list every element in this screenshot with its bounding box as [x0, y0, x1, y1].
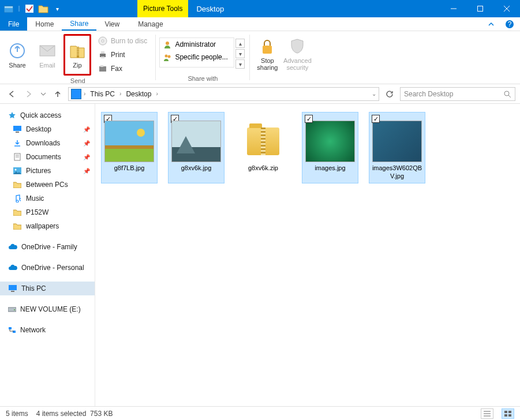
svg-rect-47 — [504, 411, 507, 413]
svg-rect-50 — [508, 414, 511, 417]
sidebar-label: Network — [20, 326, 46, 334]
file-item[interactable]: ✓g8f7LB.jpg — [101, 112, 158, 183]
qat-dropdown-icon[interactable]: ▾ — [52, 3, 62, 14]
file-item[interactable]: ✓images.jpg — [302, 112, 358, 183]
sidebar-quick-access[interactable]: Quick access — [0, 108, 95, 122]
share-button[interactable]: Share — [3, 34, 31, 76]
file-thumbnail — [104, 121, 154, 162]
search-icon[interactable] — [503, 90, 511, 98]
burn-to-disc-button[interactable]: Burn to disc — [96, 35, 149, 47]
nav-recent-dropdown[interactable] — [39, 87, 47, 101]
sidebar-item-wallpapers[interactable]: wallpapers — [0, 219, 95, 233]
svg-rect-12 — [77, 47, 79, 58]
share-with-more[interactable]: ▾ — [235, 59, 245, 69]
sidebar-onedrive-personal[interactable]: OneDrive - Personal — [0, 261, 95, 275]
sidebar-this-pc[interactable]: This PC — [0, 282, 95, 295]
file-thumbnail — [171, 121, 221, 162]
breadcrumb-desktop[interactable]: Desktop — [124, 90, 154, 98]
share-with-administrator[interactable]: Administrator — [160, 38, 234, 51]
qat-separator — [17, 5, 21, 13]
sidebar-label: Between PCs — [26, 181, 68, 189]
sidebar-item-music[interactable]: Music — [0, 192, 95, 205]
close-button[interactable] — [493, 0, 520, 17]
pictures-icon — [13, 166, 22, 175]
file-item[interactable]: g8xv6k.zip — [235, 112, 291, 183]
pin-icon: 📌 — [83, 154, 90, 160]
collapse-ribbon-button[interactable] — [483, 17, 499, 31]
print-label: Print — [111, 51, 125, 59]
help-button[interactable]: ? — [499, 17, 520, 31]
nav-forward-button[interactable] — [22, 87, 36, 101]
chevron-right-icon[interactable]: › — [84, 91, 85, 97]
sidebar-item-desktop[interactable]: Desktop 📌 — [0, 122, 95, 136]
documents-icon — [13, 152, 22, 162]
ribbon: Share Email Zip Burn to disc — [0, 31, 520, 84]
file-checkbox[interactable]: ✓ — [372, 115, 380, 123]
share-label: Share — [9, 62, 25, 69]
chevron-right-icon[interactable]: › — [119, 91, 121, 97]
network-icon — [8, 327, 16, 333]
breadcrumb-this-pc[interactable]: This PC — [88, 90, 117, 98]
properties-checkbox-icon[interactable] — [24, 3, 35, 14]
tab-file[interactable]: File — [0, 17, 27, 31]
print-button[interactable]: Print — [96, 48, 149, 61]
fax-button[interactable]: Fax — [96, 62, 149, 75]
navigation-pane[interactable]: Quick access Desktop 📌 Downloads 📌 Docum… — [0, 104, 95, 406]
tab-manage[interactable]: Manage — [130, 17, 171, 31]
minimize-button[interactable] — [440, 0, 467, 17]
share-with-list[interactable]: Administrator Specific people... — [159, 38, 234, 68]
refresh-button[interactable] — [383, 87, 396, 101]
sidebar-new-volume[interactable]: NEW VOLUME (E:) — [0, 302, 95, 316]
svg-rect-1 — [5, 6, 13, 8]
sidebar-item-p152w[interactable]: P152W — [0, 205, 95, 219]
file-item[interactable]: ✓g8xv6k.jpg — [168, 112, 225, 183]
nav-back-button[interactable] — [5, 87, 18, 101]
file-list[interactable]: ✓g8f7LB.jpg✓g8xv6k.jpgg8xv6k.zip✓images.… — [95, 104, 520, 406]
search-box[interactable] — [400, 87, 515, 101]
sidebar-item-documents[interactable]: Documents 📌 — [0, 150, 95, 164]
svg-rect-40 — [8, 308, 16, 312]
details-view-button[interactable] — [481, 408, 493, 419]
stop-sharing-label: Stop sharing — [257, 57, 278, 71]
breadcrumb-history-dropdown[interactable]: ⌄ — [372, 91, 376, 97]
share-with-group-label: Share with — [188, 75, 218, 82]
downloads-icon — [13, 138, 22, 148]
svg-point-29 — [504, 91, 509, 96]
search-input[interactable] — [404, 90, 503, 98]
file-item[interactable]: ✓images3W602QBV.jpg — [369, 112, 425, 183]
title-bar: ▾ Picture Tools Desktop — [0, 0, 520, 17]
breadcrumb[interactable]: › This PC › Desktop › ⌄ — [68, 87, 379, 101]
new-folder-icon[interactable] — [38, 3, 48, 14]
advanced-security-button[interactable]: Advanced security — [283, 33, 311, 74]
chevron-right-icon[interactable]: › — [156, 91, 158, 97]
shield-icon — [288, 37, 306, 55]
cloud-icon — [8, 264, 17, 271]
maximize-button[interactable] — [467, 0, 493, 17]
share-with-down[interactable]: ▾ — [235, 49, 245, 58]
print-icon — [98, 50, 107, 59]
sidebar-onedrive-family[interactable]: OneDrive - Family — [0, 240, 95, 254]
sidebar-network[interactable]: Network — [0, 323, 95, 337]
this-pc-icon — [8, 284, 17, 293]
drive-icon — [8, 306, 16, 312]
share-with-specific-people[interactable]: Specific people... — [160, 51, 234, 63]
desktop-icon — [13, 125, 22, 134]
tab-home[interactable]: Home — [27, 17, 62, 31]
nav-up-button[interactable] — [51, 87, 65, 101]
share-with-up[interactable]: ▴ — [235, 39, 245, 48]
file-checkbox[interactable]: ✓ — [305, 115, 313, 123]
folder-icon — [13, 208, 22, 217]
sidebar-item-pictures[interactable]: Pictures 📌 — [0, 164, 95, 178]
large-icons-view-button[interactable] — [502, 408, 514, 419]
sidebar-item-downloads[interactable]: Downloads 📌 — [0, 136, 95, 150]
zip-button[interactable]: Zip — [63, 34, 91, 76]
tab-share[interactable]: Share — [62, 17, 96, 31]
email-button[interactable]: Email — [33, 34, 61, 76]
svg-rect-21 — [101, 51, 104, 54]
stop-sharing-button[interactable]: Stop sharing — [253, 33, 281, 74]
svg-rect-48 — [508, 411, 511, 413]
svg-rect-28 — [263, 46, 272, 54]
tab-view[interactable]: View — [96, 17, 128, 31]
email-icon — [38, 42, 57, 60]
sidebar-item-between-pcs[interactable]: Between PCs — [0, 178, 95, 192]
